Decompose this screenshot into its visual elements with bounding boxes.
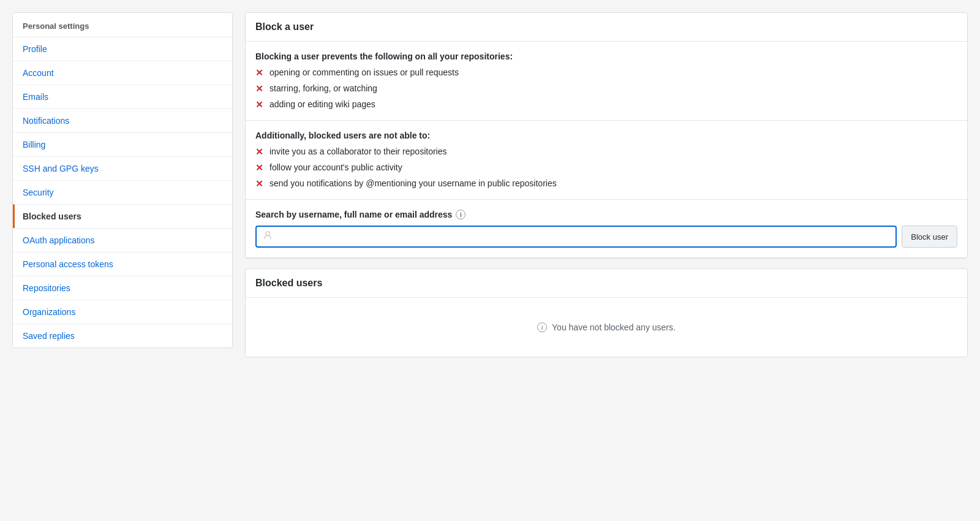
list-item-text: follow your account's public activity xyxy=(270,162,402,172)
search-info-icon[interactable]: i xyxy=(456,210,466,219)
sidebar-item-account[interactable]: Account xyxy=(13,61,232,85)
search-section: Search by username, full name or email a… xyxy=(246,200,967,258)
list-item: ✕adding or editing wiki pages xyxy=(255,99,957,110)
search-row: Block user xyxy=(255,226,957,248)
main-content: Block a user Blocking a user prevents th… xyxy=(245,12,968,509)
additionally-heading: Additionally, blocked users are not able… xyxy=(255,131,957,140)
sidebar-item-billing[interactable]: Billing xyxy=(13,132,232,156)
x-icon: ✕ xyxy=(255,146,263,158)
sidebar-header: Personal settings xyxy=(13,13,232,37)
blocking-prevents-heading: Blocking a user prevents the following o… xyxy=(255,51,957,61)
x-icon: ✕ xyxy=(255,83,263,94)
list-item-text: starring, forking, or watching xyxy=(270,83,377,93)
sidebar-item-emails[interactable]: Emails xyxy=(13,85,232,108)
blocking-prevents-section: Blocking a user prevents the following o… xyxy=(246,42,967,121)
blocked-users-title: Blocked users xyxy=(255,278,957,289)
sidebar-item-oauth-applications[interactable]: OAuth applications xyxy=(13,228,232,252)
list-item-text: opening or commenting on issues or pull … xyxy=(270,67,459,77)
x-icon: ✕ xyxy=(255,162,263,173)
list-item: ✕follow your account's public activity xyxy=(255,162,957,173)
block-a-user-title: Block a user xyxy=(255,21,957,32)
list-item-text: send you notifications by @mentioning yo… xyxy=(270,178,557,188)
sidebar: Personal settings ProfileAccountEmailsNo… xyxy=(12,12,233,348)
blocking-prevents-list: ✕opening or commenting on issues or pull… xyxy=(255,67,957,110)
list-item-text: invite you as a collaborator to their re… xyxy=(270,146,447,156)
sidebar-item-ssh-gpg-keys[interactable]: SSH and GPG keys xyxy=(13,156,232,180)
sidebar-item-security[interactable]: Security xyxy=(13,180,232,204)
x-icon: ✕ xyxy=(255,99,263,110)
x-icon: ✕ xyxy=(255,67,263,78)
list-item-text: adding or editing wiki pages xyxy=(270,99,375,109)
search-label-text: Search by username, full name or email a… xyxy=(255,210,452,219)
empty-info-icon: i xyxy=(537,322,547,332)
block-a-user-header: Block a user xyxy=(246,13,967,42)
empty-state-text: You have not blocked any users. xyxy=(552,322,676,332)
block-user-button[interactable]: Block user xyxy=(902,226,957,248)
search-input[interactable] xyxy=(277,232,889,241)
sidebar-item-personal-access-tokens[interactable]: Personal access tokens xyxy=(13,252,232,276)
search-input-wrap xyxy=(255,226,897,248)
list-item: ✕starring, forking, or watching xyxy=(255,83,957,94)
additionally-list: ✕invite you as a collaborator to their r… xyxy=(255,146,957,189)
empty-state: i You have not blocked any users. xyxy=(246,298,967,357)
sidebar-item-repositories[interactable]: Repositories xyxy=(13,276,232,300)
additionally-section: Additionally, blocked users are not able… xyxy=(246,121,967,200)
sidebar-item-organizations[interactable]: Organizations xyxy=(13,300,232,324)
x-icon: ✕ xyxy=(255,178,263,189)
blocked-users-card: Blocked users i You have not blocked any… xyxy=(245,268,968,357)
sidebar-item-saved-replies[interactable]: Saved replies xyxy=(13,324,232,348)
block-a-user-card: Block a user Blocking a user prevents th… xyxy=(245,12,968,259)
sidebar-item-profile[interactable]: Profile xyxy=(13,37,232,61)
list-item: ✕opening or commenting on issues or pull… xyxy=(255,67,957,78)
list-item: ✕send you notifications by @mentioning y… xyxy=(255,178,957,189)
user-icon xyxy=(263,230,273,243)
blocked-users-header: Blocked users xyxy=(246,269,967,298)
list-item: ✕invite you as a collaborator to their r… xyxy=(255,146,957,158)
sidebar-item-blocked-users[interactable]: Blocked users xyxy=(13,204,232,228)
search-label: Search by username, full name or email a… xyxy=(255,210,957,219)
sidebar-item-notifications[interactable]: Notifications xyxy=(13,108,232,132)
